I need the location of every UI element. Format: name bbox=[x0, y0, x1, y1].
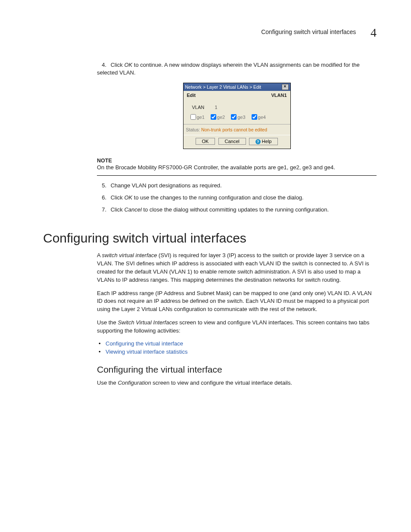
dialog-breadcrumb: Network > Layer 2 Virtual LANs > Edit bbox=[185, 84, 262, 90]
port-ge1[interactable]: ge1 bbox=[190, 114, 205, 120]
port-ge4[interactable]: ge4 bbox=[252, 114, 266, 120]
step-4: 4. Click OK to continue. A new window di… bbox=[97, 61, 377, 77]
header-title: Configuring switch virtual interfaces bbox=[261, 28, 356, 35]
vlan-field-value: 1 bbox=[215, 105, 218, 110]
chapter-number: 4 bbox=[371, 26, 377, 39]
ok-text: OK bbox=[124, 62, 132, 68]
checkbox-ge1[interactable] bbox=[190, 114, 196, 120]
step-6: 6. Click OK to use the changes to the ru… bbox=[97, 194, 377, 202]
paragraph-svi: A switch virtual interface (SVI) is requ… bbox=[97, 252, 377, 284]
bullet-link-2: Viewing virtual interface statistics bbox=[97, 348, 377, 355]
status-row: Status: Non-trunk ports cannot be edited bbox=[184, 124, 290, 135]
step-7: 7. Click Cancel to close the dialog with… bbox=[97, 206, 377, 214]
ok-button[interactable]: OK bbox=[196, 138, 215, 145]
section-heading: Configuring switch virtual interfaces bbox=[43, 231, 377, 246]
note-body: On the Brocade Mobility RFS7000-GR Contr… bbox=[97, 164, 377, 175]
paragraph-ip-range: Each IP address range (IP Address and Su… bbox=[97, 289, 377, 314]
port-checkbox-row: ge1 ge2 ge3 ge4 bbox=[189, 114, 285, 120]
vlan-name: VLAN1 bbox=[271, 93, 286, 98]
close-icon[interactable]: × bbox=[282, 84, 289, 90]
port-ge3[interactable]: ge3 bbox=[231, 114, 245, 120]
note-label: NOTE bbox=[97, 158, 377, 164]
status-label: Status: bbox=[186, 127, 200, 132]
link-viewing-statistics[interactable]: Viewing virtual interface statistics bbox=[106, 348, 188, 355]
status-message: Non-trunk ports cannot be edited bbox=[201, 127, 267, 132]
cancel-button[interactable]: Cancel bbox=[218, 138, 246, 145]
checkbox-ge2[interactable] bbox=[211, 114, 216, 120]
dialog-titlebar: Network > Layer 2 Virtual LANs > Edit × bbox=[184, 83, 290, 91]
page-header: Configuring switch virtual interfaces 4 bbox=[43, 26, 377, 40]
subsection-heading: Configuring the virtual interface bbox=[97, 364, 377, 375]
checkbox-ge3[interactable] bbox=[231, 114, 237, 120]
step-number: 4. bbox=[97, 61, 106, 69]
edit-label: Edit bbox=[187, 93, 196, 98]
help-button[interactable]: ?Help bbox=[249, 138, 278, 145]
bullet-link-1: Configuring the virtual interface bbox=[97, 340, 377, 347]
link-configuring-virtual-interface[interactable]: Configuring the virtual interface bbox=[106, 340, 183, 347]
checkbox-ge4[interactable] bbox=[252, 114, 257, 120]
step-5: 5. Change VLAN port designations as requ… bbox=[97, 182, 377, 190]
vlan-field-label: VLAN bbox=[192, 105, 214, 110]
paragraph-configuration-screen: Use the Configuration screen to view and… bbox=[97, 379, 377, 387]
help-icon: ? bbox=[255, 139, 261, 144]
paragraph-use-screen: Use the Switch Virtual Interfaces screen… bbox=[97, 319, 377, 335]
port-ge2[interactable]: ge2 bbox=[211, 114, 225, 120]
vlan-edit-dialog: Network > Layer 2 Virtual LANs > Edit × … bbox=[183, 83, 291, 149]
